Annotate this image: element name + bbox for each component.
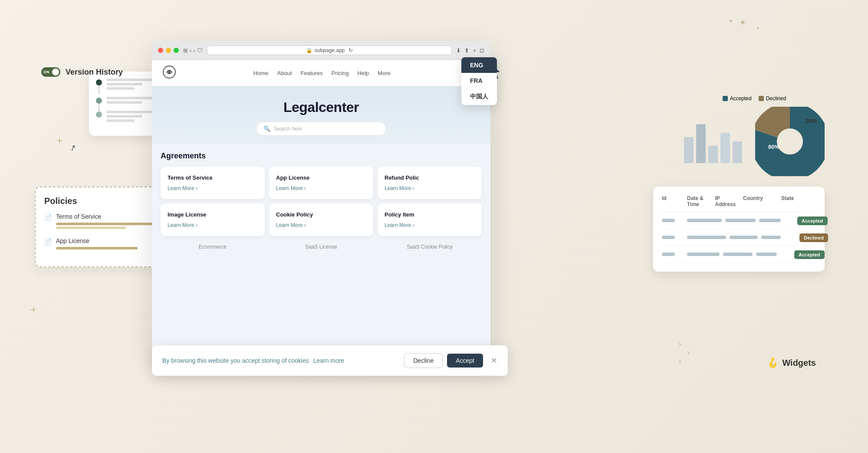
- id-bar-1: [662, 219, 675, 222]
- card-app-license: App License Learn More ›: [269, 167, 373, 199]
- lang-option-fra[interactable]: FRA: [461, 73, 497, 89]
- col-country: Country: [743, 195, 778, 207]
- timeline-dot-3: [96, 112, 102, 118]
- browser-action-icons: ⬇ ⬆ + ⊡: [456, 47, 484, 54]
- cookie-learn-more-link[interactable]: Learn more: [313, 357, 345, 364]
- chart-legend: Accepted Declined: [723, 95, 786, 102]
- card-cookie-policy: Cookie Policy Learn More ›: [269, 204, 373, 236]
- accept-button[interactable]: Accept: [447, 354, 483, 368]
- learn-more-refund[interactable]: Learn More ›: [385, 185, 475, 191]
- policy-cards-grid: Terms of Service Learn More › App Licens…: [161, 167, 482, 236]
- nav-features[interactable]: Features: [301, 70, 323, 76]
- close-button[interactable]: [158, 48, 163, 53]
- pie-chart-area: Accepted Declined 80% 20%: [684, 95, 825, 176]
- language-dropdown[interactable]: ENG FRA 中国人: [461, 57, 497, 105]
- legend-dot-declined: [759, 96, 764, 101]
- bar-1: [684, 137, 694, 163]
- document-icon-tos: 📄: [44, 214, 52, 221]
- reload-icon[interactable]: ↻: [349, 47, 353, 53]
- hero-search-bar[interactable]: 🔍 Search here: [256, 121, 386, 136]
- tabs-icon[interactable]: ⊡: [480, 47, 484, 54]
- nav-links: Home About Features Pricing Help More: [253, 70, 391, 76]
- arrow-icon-refund: ›: [412, 185, 414, 191]
- bar-3: [708, 146, 718, 163]
- site-logo: [162, 65, 176, 81]
- status-badge: Declined: [799, 233, 828, 242]
- status-badge: Accepted: [794, 250, 825, 259]
- toggle-on-label: ON: [43, 70, 49, 74]
- nav-pricing[interactable]: Pricing: [332, 70, 349, 76]
- widgets-label: 🪝 Widgets: [767, 357, 816, 368]
- minimize-button[interactable]: [166, 48, 171, 53]
- timeline-line-3a: [106, 111, 153, 113]
- arrow-icon-policy-item: ›: [412, 222, 414, 228]
- download-icon[interactable]: ⬇: [456, 47, 461, 54]
- version-history-toggle[interactable]: ON: [41, 67, 60, 77]
- lang-option-eng[interactable]: ENG: [461, 57, 497, 73]
- timeline-line-1c: [106, 87, 135, 90]
- legend-label-declined: Declined: [766, 95, 786, 102]
- datetime-bar-1: [687, 219, 722, 222]
- address-bar[interactable]: 🔒 subpage.app ↻: [207, 46, 452, 55]
- nav-help[interactable]: Help: [358, 70, 369, 76]
- new-tab-icon[interactable]: +: [473, 47, 476, 54]
- arrow-icon-app-license: ›: [304, 185, 306, 191]
- maximize-button[interactable]: [174, 48, 179, 53]
- bar-2: [696, 124, 706, 163]
- card-title-refund: Refund Polic: [385, 174, 475, 181]
- country-bar-1: [759, 219, 781, 222]
- col-date-time: Date & Time: [687, 195, 712, 207]
- cookie-text: By browsing this website you accept stor…: [162, 357, 344, 364]
- share-icon[interactable]: ⬆: [464, 47, 469, 54]
- cookie-actions: Decline Accept ✕: [404, 353, 497, 368]
- forward-icon[interactable]: ›: [193, 47, 195, 54]
- pie-label-accepted: 80%: [768, 144, 779, 150]
- timeline-dot-1: [96, 79, 102, 85]
- learn-more-cookie[interactable]: Learn More ›: [276, 222, 366, 228]
- card-title-tos: Terms of Service: [168, 174, 258, 181]
- bar-4: [720, 133, 730, 163]
- table-row: Accepted: [662, 246, 816, 263]
- learn-more-policy-item[interactable]: Learn More ›: [385, 222, 475, 228]
- lang-option-chinese[interactable]: 中国人: [461, 89, 497, 105]
- arrow-icon-image-license: ›: [195, 222, 197, 228]
- country-bar-3: [756, 253, 777, 256]
- col-state: State: [781, 195, 816, 207]
- learn-more-image-license[interactable]: Learn More ›: [168, 222, 258, 228]
- bar-chart: [684, 120, 742, 163]
- timeline-line-3b: [106, 115, 142, 118]
- bottom-card-saas: SaaS License: [269, 240, 373, 253]
- status-badge: Accepted: [797, 217, 828, 225]
- bottom-card-saas-cookie: SaaS Cookie Policy: [378, 240, 482, 253]
- back-icon[interactable]: ‹: [190, 47, 191, 54]
- col-ip: IP Address: [715, 195, 740, 207]
- country-bar-2: [761, 236, 781, 239]
- nav-home[interactable]: Home: [253, 70, 269, 76]
- card-title-policy-item: Policy Item: [385, 211, 475, 218]
- card-image-license: Image License Learn More ›: [161, 204, 265, 236]
- lock-icon: 🔒: [306, 47, 312, 53]
- browser-window: ⊞ ‹ › 🛡 🔒 subpage.app ↻ ⬇ ⬆ + ⊡: [152, 41, 490, 354]
- nav-about[interactable]: About: [277, 70, 292, 76]
- learn-more-app-license[interactable]: Learn More ›: [276, 185, 366, 191]
- nav-more[interactable]: More: [378, 70, 391, 76]
- policy-bar-license-1: [56, 247, 138, 249]
- id-bar-3: [662, 253, 675, 256]
- traffic-lights: [158, 48, 179, 53]
- close-cookie-banner-icon[interactable]: ✕: [491, 356, 497, 365]
- timeline-line-3c: [106, 119, 135, 122]
- table-row: Accepted: [662, 212, 816, 229]
- sidebar-icon[interactable]: ⊞: [183, 47, 188, 54]
- id-bar-2: [662, 236, 675, 239]
- legend-label-accepted: Accepted: [730, 95, 752, 102]
- browser-nav-icons: ⊞ ‹ › 🛡: [183, 47, 203, 54]
- cookie-banner: By browsing this website you accept stor…: [152, 345, 508, 376]
- decline-button[interactable]: Decline: [404, 353, 443, 368]
- card-title-cookie: Cookie Policy: [276, 211, 366, 218]
- datetime-bar-2: [687, 236, 726, 239]
- toggle-container[interactable]: ON: [41, 67, 60, 77]
- learn-more-tos[interactable]: Learn More ›: [168, 185, 258, 191]
- policy-bar-tos-1: [56, 223, 155, 225]
- timeline-line-2a: [106, 97, 153, 99]
- ip-bar-3: [723, 253, 753, 256]
